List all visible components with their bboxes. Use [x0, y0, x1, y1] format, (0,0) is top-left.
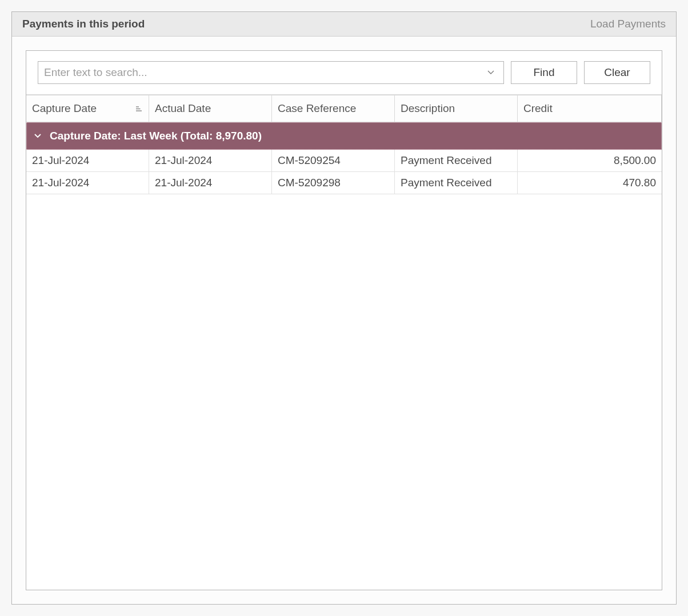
column-header-label: Capture Date	[32, 102, 97, 115]
page-root: Payments in this period Load Payments Fi…	[0, 0, 688, 616]
grid-empty-area	[26, 194, 662, 590]
cell-description: Payment Received	[395, 172, 518, 194]
cell-credit: 470.80	[518, 172, 662, 194]
find-button[interactable]: Find	[511, 61, 577, 84]
cell-capture-date: 21-Jul-2024	[26, 150, 149, 172]
load-payments-button[interactable]: Load Payments	[590, 18, 666, 30]
group-row-label: Capture Date: Last Week (Total: 8,970.80…	[50, 130, 262, 142]
column-header-description[interactable]: Description	[395, 95, 518, 122]
panel-body: Find Clear Capture Date	[12, 37, 676, 604]
cell-actual-date: 21-Jul-2024	[149, 150, 272, 172]
column-header-label: Description	[401, 102, 455, 115]
chevron-down-icon	[34, 133, 42, 139]
cell-credit: 8,500.00	[518, 150, 662, 172]
column-header-credit[interactable]: Credit	[518, 95, 662, 122]
cell-description: Payment Received	[395, 150, 518, 172]
clear-button[interactable]: Clear	[584, 61, 650, 84]
chevron-down-icon	[487, 70, 494, 75]
column-header-label: Credit	[523, 102, 553, 115]
search-combo	[38, 61, 504, 84]
cell-actual-date: 21-Jul-2024	[149, 172, 272, 194]
sort-ascending-icon	[135, 105, 143, 112]
group-row-last-week[interactable]: Capture Date: Last Week (Total: 8,970.80…	[26, 122, 662, 150]
grid-toolbar: Find Clear	[26, 51, 662, 95]
search-input[interactable]	[43, 66, 483, 79]
column-header-capture-date[interactable]: Capture Date	[26, 95, 149, 122]
column-header-case-reference[interactable]: Case Reference	[272, 95, 395, 122]
panel-title: Payments in this period	[22, 18, 145, 30]
column-header-label: Actual Date	[155, 102, 211, 115]
panel-header: Payments in this period Load Payments	[12, 12, 676, 37]
column-header-label: Case Reference	[278, 102, 356, 115]
payments-grid: Capture Date Actual Date	[26, 95, 662, 194]
cell-capture-date: 21-Jul-2024	[26, 172, 149, 194]
grid-container: Find Clear Capture Date	[26, 50, 662, 590]
payments-panel: Payments in this period Load Payments Fi…	[11, 11, 677, 605]
cell-case-reference: CM-5209298	[272, 172, 395, 194]
cell-case-reference: CM-5209254	[272, 150, 395, 172]
column-header-actual-date[interactable]: Actual Date	[149, 95, 272, 122]
search-dropdown-button[interactable]	[483, 70, 499, 75]
